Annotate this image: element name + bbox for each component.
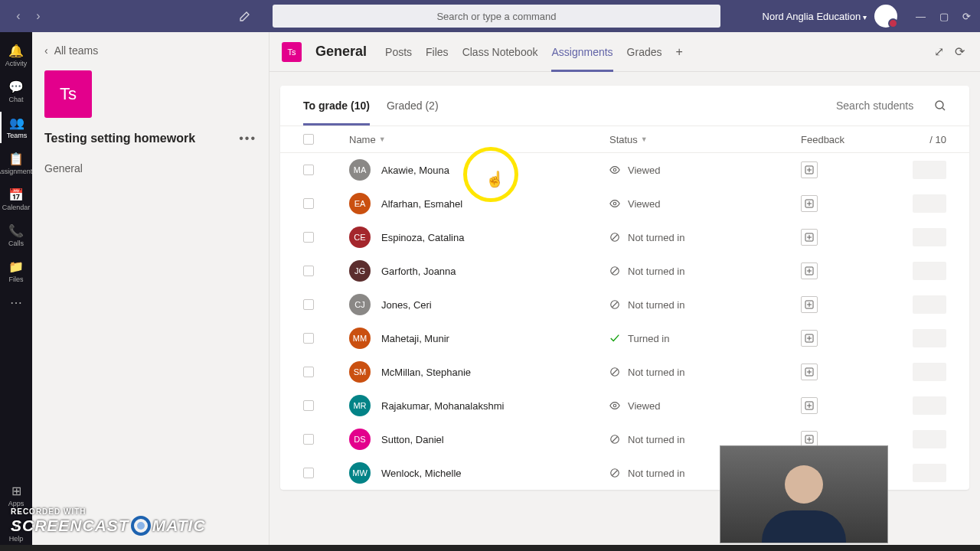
rail-item-activity[interactable]: 🔔Activity: [0, 40, 32, 71]
rail-item-files[interactable]: 📁Files: [0, 256, 32, 287]
row-checkbox[interactable]: [303, 165, 314, 175]
add-feedback-button[interactable]: [801, 229, 818, 246]
feedback-cell: [801, 330, 900, 347]
row-checkbox[interactable]: [303, 367, 314, 377]
add-feedback-button[interactable]: [801, 330, 818, 347]
add-feedback-button[interactable]: [801, 364, 818, 380]
student-row[interactable]: JG Garforth, Joanna Not turned in: [280, 254, 969, 288]
status-label: Turned in: [628, 333, 669, 344]
row-checkbox[interactable]: [303, 232, 314, 243]
score-input[interactable]: [913, 363, 946, 381]
student-name: Sutton, Daniel: [381, 434, 444, 445]
channel-tile: Ts: [282, 42, 302, 62]
tab-grades[interactable]: Grades: [627, 32, 662, 71]
add-feedback-button[interactable]: [801, 161, 818, 178]
compose-icon[interactable]: [239, 10, 254, 22]
score-input[interactable]: [913, 228, 946, 246]
select-all-checkbox[interactable]: [303, 134, 314, 145]
search-icon[interactable]: [934, 99, 946, 112]
close-icon[interactable]: ⟳: [962, 11, 971, 22]
student-name: Garforth, Joanna: [381, 266, 456, 277]
add-tab-icon[interactable]: +: [676, 45, 683, 59]
student-name: Wenlock, Michelle: [381, 468, 462, 479]
rail-item-more[interactable]: ⋯: [0, 292, 32, 314]
score-input[interactable]: [913, 430, 946, 448]
row-checkbox[interactable]: [303, 299, 314, 310]
col-header-status[interactable]: Status▼: [609, 134, 801, 145]
webcam-pip: [720, 445, 888, 543]
search-students-input[interactable]: [836, 99, 928, 112]
search-input[interactable]: Search or type a command: [273, 5, 720, 28]
status-cell: Viewed: [609, 165, 801, 176]
grading-sub-tabs: To grade (10) Graded (2): [280, 86, 969, 126]
student-row[interactable]: MA Akawie, Mouna Viewed: [280, 153, 969, 187]
add-feedback-button[interactable]: [801, 195, 818, 212]
score-input[interactable]: [913, 396, 946, 415]
student-avatar: MW: [349, 462, 371, 484]
status-label: Not turned in: [628, 468, 684, 479]
score-input[interactable]: [913, 161, 946, 179]
score-input[interactable]: [913, 262, 946, 280]
sort-icon: ▼: [641, 135, 648, 143]
student-row[interactable]: MR Rajakumar, Mohanalakshmi Viewed: [280, 389, 969, 422]
channel-header: Ts General PostsFilesClass NotebookAssig…: [270, 32, 980, 72]
team-more-icon[interactable]: •••: [239, 132, 256, 145]
add-feedback-button[interactable]: [801, 397, 818, 414]
row-checkbox[interactable]: [303, 434, 314, 445]
search-placeholder: Search or type a command: [436, 11, 556, 22]
student-row[interactable]: CJ Jones, Ceri Not turned in: [280, 288, 969, 321]
chevron-left-icon: ‹: [44, 44, 48, 57]
turned_in-icon: [609, 333, 620, 344]
org-switcher[interactable]: Nord Anglia Education: [763, 11, 867, 22]
tab-posts[interactable]: Posts: [385, 32, 412, 71]
refresh-icon[interactable]: ⟳: [955, 44, 965, 59]
sort-icon: ▼: [379, 135, 386, 143]
nav-back-icon[interactable]: ‹: [9, 7, 28, 25]
all-teams-link[interactable]: ‹ All teams: [44, 44, 256, 57]
sub-tab-graded[interactable]: Graded (2): [387, 86, 439, 126]
user-avatar[interactable]: [874, 5, 897, 28]
row-checkbox[interactable]: [303, 400, 314, 411]
add-feedback-button[interactable]: [801, 262, 818, 279]
viewed-icon: [609, 400, 620, 411]
col-header-name[interactable]: Name▼: [328, 134, 609, 145]
status-cell: Viewed: [609, 198, 801, 210]
rail-item-calendar[interactable]: 📅Calendar: [0, 184, 32, 215]
student-row[interactable]: EA Alfarhan, Esmahel Viewed: [280, 187, 969, 220]
rail-item-calls[interactable]: 📞Calls: [0, 220, 32, 251]
student-row[interactable]: SM McMillan, Stephanie Not turned in: [280, 355, 969, 389]
add-feedback-button[interactable]: [801, 296, 818, 313]
tab-files[interactable]: Files: [426, 32, 449, 71]
all-teams-label: All teams: [54, 44, 99, 57]
rail-icon: 📋: [8, 152, 24, 166]
status-label: Viewed: [628, 198, 660, 210]
score-input[interactable]: [913, 464, 946, 482]
student-row[interactable]: CE Espinoza, Catalina Not turned in: [280, 220, 969, 254]
row-checkbox[interactable]: [303, 198, 314, 209]
rail-item-teams[interactable]: 👥Teams: [0, 112, 32, 143]
rail-item-chat[interactable]: 💬Chat: [0, 76, 32, 107]
score-input[interactable]: [913, 194, 946, 213]
row-checkbox[interactable]: [303, 468, 314, 478]
minimize-icon[interactable]: —: [916, 11, 926, 22]
sub-tab-to-grade[interactable]: To grade (10): [303, 86, 370, 126]
tab-class-notebook[interactable]: Class Notebook: [462, 32, 538, 71]
channel-item[interactable]: General: [44, 156, 256, 181]
not_turned_in-icon: [609, 299, 620, 310]
tab-assignments[interactable]: Assignments: [551, 32, 612, 71]
row-checkbox[interactable]: [303, 266, 314, 276]
score-input[interactable]: [913, 295, 946, 314]
feedback-cell: [801, 262, 900, 279]
feedback-cell: [801, 364, 900, 380]
row-checkbox[interactable]: [303, 333, 314, 344]
team-tile[interactable]: Ts: [44, 70, 92, 118]
rail-item-apps[interactable]: ⊞Apps: [0, 480, 32, 511]
score-input[interactable]: [913, 329, 946, 347]
rail-item-assignments[interactable]: 📋Assignments: [0, 148, 32, 179]
feedback-cell: [801, 296, 900, 313]
expand-icon[interactable]: ⤢: [934, 44, 944, 59]
nav-forward-icon[interactable]: ›: [29, 7, 47, 25]
student-avatar: JG: [349, 260, 371, 282]
maximize-icon[interactable]: ▢: [939, 11, 949, 22]
student-row[interactable]: MM Mahetaji, Munir Turned in: [280, 321, 969, 355]
